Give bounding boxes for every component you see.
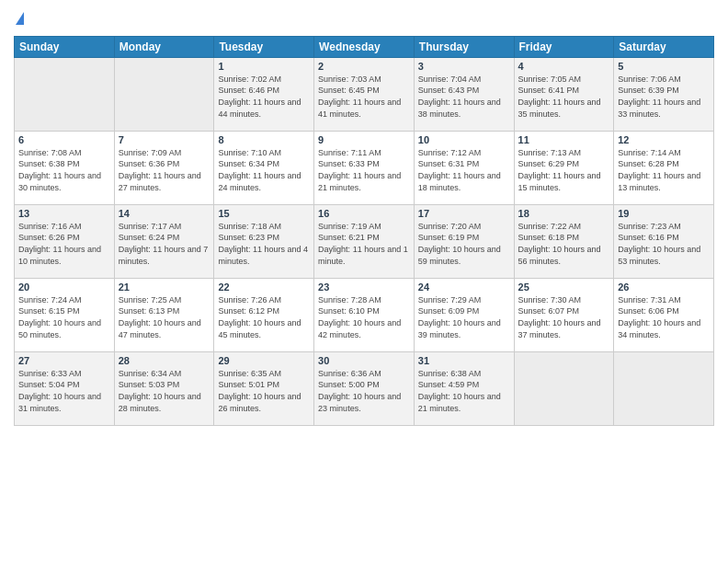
calendar-cell: 12Sunrise: 7:14 AM Sunset: 6:28 PM Dayli…: [614, 131, 714, 204]
day-number: 5: [618, 61, 710, 72]
calendar-cell: 17Sunrise: 7:20 AM Sunset: 6:19 PM Dayli…: [414, 204, 514, 278]
day-number: 27: [18, 355, 110, 366]
calendar-cell: 8Sunrise: 7:10 AM Sunset: 6:34 PM Daylig…: [214, 131, 314, 204]
day-number: 26: [618, 282, 710, 293]
header: [14, 9, 714, 29]
day-header-monday: Monday: [114, 36, 214, 57]
day-number: 20: [18, 282, 110, 293]
calendar-cell: 21Sunrise: 7:25 AM Sunset: 6:13 PM Dayli…: [114, 278, 214, 351]
calendar-cell: 26Sunrise: 7:31 AM Sunset: 6:06 PM Dayli…: [614, 278, 714, 351]
day-number: 7: [119, 134, 210, 145]
day-header-saturday: Saturday: [614, 36, 714, 57]
day-number: 13: [18, 208, 110, 219]
calendar-cell: 9Sunrise: 7:11 AM Sunset: 6:33 PM Daylig…: [314, 131, 415, 204]
calendar-cell: 5Sunrise: 7:06 AM Sunset: 6:39 PM Daylig…: [614, 57, 714, 131]
day-number: 22: [218, 282, 310, 293]
day-info: Sunrise: 7:16 AM Sunset: 6:26 PM Dayligh…: [18, 221, 110, 267]
calendar-cell: 1Sunrise: 7:02 AM Sunset: 6:46 PM Daylig…: [214, 57, 314, 131]
calendar-cell: 31Sunrise: 6:38 AM Sunset: 4:59 PM Dayli…: [414, 351, 514, 425]
week-row-1: 1Sunrise: 7:02 AM Sunset: 6:46 PM Daylig…: [15, 57, 714, 131]
logo-text: [14, 9, 24, 29]
calendar-cell: 30Sunrise: 6:36 AM Sunset: 5:00 PM Dayli…: [314, 351, 415, 425]
day-info: Sunrise: 7:23 AM Sunset: 6:16 PM Dayligh…: [618, 221, 710, 267]
calendar-table: SundayMondayTuesdayWednesdayThursdayFrid…: [14, 36, 714, 426]
logo: [14, 9, 24, 29]
calendar-cell: 11Sunrise: 7:13 AM Sunset: 6:29 PM Dayli…: [514, 131, 614, 204]
day-info: Sunrise: 6:36 AM Sunset: 5:00 PM Dayligh…: [318, 368, 410, 414]
calendar-cell: 18Sunrise: 7:22 AM Sunset: 6:18 PM Dayli…: [514, 204, 614, 278]
day-number: 8: [218, 134, 310, 145]
day-number: 24: [418, 282, 510, 293]
calendar-cell: 7Sunrise: 7:09 AM Sunset: 6:36 PM Daylig…: [114, 131, 214, 204]
day-info: Sunrise: 6:35 AM Sunset: 5:01 PM Dayligh…: [218, 368, 310, 414]
calendar-cell: 13Sunrise: 7:16 AM Sunset: 6:26 PM Dayli…: [15, 204, 115, 278]
day-number: 11: [518, 134, 610, 145]
day-number: 4: [518, 61, 610, 72]
day-number: 28: [119, 355, 210, 366]
day-header-tuesday: Tuesday: [214, 36, 314, 57]
day-number: 1: [218, 61, 310, 72]
day-info: Sunrise: 7:11 AM Sunset: 6:33 PM Dayligh…: [318, 147, 410, 193]
day-info: Sunrise: 7:09 AM Sunset: 6:36 PM Dayligh…: [119, 147, 210, 193]
day-number: 30: [318, 355, 410, 366]
day-info: Sunrise: 7:18 AM Sunset: 6:23 PM Dayligh…: [218, 221, 310, 267]
day-header-wednesday: Wednesday: [314, 36, 415, 57]
day-info: Sunrise: 7:03 AM Sunset: 6:45 PM Dayligh…: [318, 74, 410, 120]
calendar-cell: 3Sunrise: 7:04 AM Sunset: 6:43 PM Daylig…: [414, 57, 514, 131]
day-info: Sunrise: 7:26 AM Sunset: 6:12 PM Dayligh…: [218, 294, 310, 340]
day-number: 17: [418, 208, 510, 219]
day-number: 18: [518, 208, 610, 219]
week-row-3: 13Sunrise: 7:16 AM Sunset: 6:26 PM Dayli…: [15, 204, 714, 278]
day-info: Sunrise: 7:24 AM Sunset: 6:15 PM Dayligh…: [18, 294, 110, 340]
calendar-cell: 24Sunrise: 7:29 AM Sunset: 6:09 PM Dayli…: [414, 278, 514, 351]
calendar-cell: 27Sunrise: 6:33 AM Sunset: 5:04 PM Dayli…: [15, 351, 115, 425]
calendar-cell: 2Sunrise: 7:03 AM Sunset: 6:45 PM Daylig…: [314, 57, 415, 131]
calendar-cell: [15, 57, 115, 131]
day-number: 6: [18, 134, 110, 145]
day-info: Sunrise: 7:30 AM Sunset: 6:07 PM Dayligh…: [518, 294, 610, 340]
day-number: 3: [418, 61, 510, 72]
day-info: Sunrise: 7:02 AM Sunset: 6:46 PM Dayligh…: [218, 74, 310, 120]
day-info: Sunrise: 7:14 AM Sunset: 6:28 PM Dayligh…: [618, 147, 710, 193]
calendar-cell: 10Sunrise: 7:12 AM Sunset: 6:31 PM Dayli…: [414, 131, 514, 204]
day-number: 25: [518, 282, 610, 293]
logo-block: [14, 9, 24, 29]
day-info: Sunrise: 7:22 AM Sunset: 6:18 PM Dayligh…: [518, 221, 610, 267]
calendar-cell: 22Sunrise: 7:26 AM Sunset: 6:12 PM Dayli…: [214, 278, 314, 351]
calendar-cell: 4Sunrise: 7:05 AM Sunset: 6:41 PM Daylig…: [514, 57, 614, 131]
day-number: 10: [418, 134, 510, 145]
day-info: Sunrise: 7:06 AM Sunset: 6:39 PM Dayligh…: [618, 74, 710, 120]
day-info: Sunrise: 6:33 AM Sunset: 5:04 PM Dayligh…: [18, 368, 110, 414]
day-info: Sunrise: 7:25 AM Sunset: 6:13 PM Dayligh…: [119, 294, 210, 340]
day-header-sunday: Sunday: [15, 36, 115, 57]
calendar-cell: 6Sunrise: 7:08 AM Sunset: 6:38 PM Daylig…: [15, 131, 115, 204]
calendar-cell: 20Sunrise: 7:24 AM Sunset: 6:15 PM Dayli…: [15, 278, 115, 351]
calendar-cell: 28Sunrise: 6:34 AM Sunset: 5:03 PM Dayli…: [114, 351, 214, 425]
page: SundayMondayTuesdayWednesdayThursdayFrid…: [0, 0, 728, 563]
calendar-cell: [114, 57, 214, 131]
day-info: Sunrise: 7:28 AM Sunset: 6:10 PM Dayligh…: [318, 294, 410, 340]
calendar-cell: 23Sunrise: 7:28 AM Sunset: 6:10 PM Dayli…: [314, 278, 415, 351]
day-number: 16: [318, 208, 410, 219]
week-row-4: 20Sunrise: 7:24 AM Sunset: 6:15 PM Dayli…: [15, 278, 714, 351]
calendar-cell: 25Sunrise: 7:30 AM Sunset: 6:07 PM Dayli…: [514, 278, 614, 351]
calendar-cell: 19Sunrise: 7:23 AM Sunset: 6:16 PM Dayli…: [614, 204, 714, 278]
calendar-cell: [614, 351, 714, 425]
day-info: Sunrise: 6:34 AM Sunset: 5:03 PM Dayligh…: [119, 368, 210, 414]
day-number: 12: [618, 134, 710, 145]
day-number: 14: [119, 208, 210, 219]
day-info: Sunrise: 7:29 AM Sunset: 6:09 PM Dayligh…: [418, 294, 510, 340]
logo-arrow-icon: [16, 12, 24, 25]
day-header-friday: Friday: [514, 36, 614, 57]
day-info: Sunrise: 7:12 AM Sunset: 6:31 PM Dayligh…: [418, 147, 510, 193]
day-number: 21: [119, 282, 210, 293]
day-info: Sunrise: 7:20 AM Sunset: 6:19 PM Dayligh…: [418, 221, 510, 267]
week-row-5: 27Sunrise: 6:33 AM Sunset: 5:04 PM Dayli…: [15, 351, 714, 425]
day-number: 2: [318, 61, 410, 72]
day-info: Sunrise: 7:08 AM Sunset: 6:38 PM Dayligh…: [18, 147, 110, 193]
day-info: Sunrise: 7:04 AM Sunset: 6:43 PM Dayligh…: [418, 74, 510, 120]
calendar-cell: 14Sunrise: 7:17 AM Sunset: 6:24 PM Dayli…: [114, 204, 214, 278]
day-number: 9: [318, 134, 410, 145]
day-info: Sunrise: 6:38 AM Sunset: 4:59 PM Dayligh…: [418, 368, 510, 414]
day-info: Sunrise: 7:13 AM Sunset: 6:29 PM Dayligh…: [518, 147, 610, 193]
